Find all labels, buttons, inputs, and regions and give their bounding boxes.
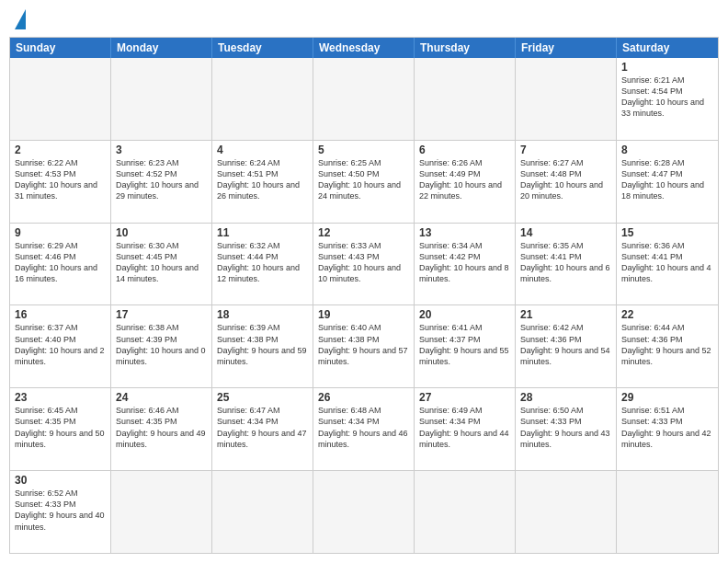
day-cell: [516, 58, 617, 140]
day-number: 1: [621, 61, 713, 74]
day-cell: [617, 471, 718, 553]
day-info: Sunrise: 6:38 AM Sunset: 4:39 PM Dayligh…: [116, 322, 207, 367]
day-info: Sunrise: 6:24 AM Sunset: 4:51 PM Dayligh…: [217, 157, 308, 202]
day-cell: [212, 471, 313, 553]
week-row-0: 1Sunrise: 6:21 AM Sunset: 4:54 PM Daylig…: [10, 58, 718, 140]
day-cell: 28Sunrise: 6:50 AM Sunset: 4:33 PM Dayli…: [516, 388, 617, 470]
day-number: 25: [217, 391, 308, 404]
day-number: 11: [217, 226, 308, 239]
calendar: SundayMondayTuesdayWednesdayThursdayFrid…: [9, 37, 719, 554]
day-cell: [111, 58, 212, 140]
day-cell: 2Sunrise: 6:22 AM Sunset: 4:53 PM Daylig…: [10, 141, 111, 223]
day-cell: 24Sunrise: 6:46 AM Sunset: 4:35 PM Dayli…: [111, 388, 212, 470]
day-number: 10: [116, 226, 207, 239]
day-info: Sunrise: 6:22 AM Sunset: 4:53 PM Dayligh…: [15, 157, 106, 202]
day-cell: [415, 58, 516, 140]
day-number: 8: [621, 144, 713, 156]
day-number: 5: [318, 144, 409, 156]
day-cell: 17Sunrise: 6:38 AM Sunset: 4:39 PM Dayli…: [111, 305, 212, 387]
day-cell: 30Sunrise: 6:52 AM Sunset: 4:33 PM Dayli…: [10, 471, 111, 553]
day-cell: 23Sunrise: 6:45 AM Sunset: 4:35 PM Dayli…: [10, 388, 111, 470]
day-info: Sunrise: 6:51 AM Sunset: 4:33 PM Dayligh…: [621, 405, 713, 450]
day-cell: 21Sunrise: 6:42 AM Sunset: 4:36 PM Dayli…: [516, 305, 617, 387]
day-info: Sunrise: 6:42 AM Sunset: 4:36 PM Dayligh…: [520, 322, 611, 367]
day-cell: 19Sunrise: 6:40 AM Sunset: 4:38 PM Dayli…: [313, 305, 415, 387]
day-number: 16: [15, 308, 106, 321]
logo: [13, 9, 26, 29]
day-cell: 9Sunrise: 6:29 AM Sunset: 4:46 PM Daylig…: [10, 224, 111, 305]
day-number: 26: [318, 391, 409, 404]
day-number: 29: [621, 391, 713, 404]
day-info: Sunrise: 6:37 AM Sunset: 4:40 PM Dayligh…: [15, 322, 106, 367]
week-row-4: 23Sunrise: 6:45 AM Sunset: 4:35 PM Dayli…: [10, 387, 718, 470]
day-cell: 12Sunrise: 6:33 AM Sunset: 4:43 PM Dayli…: [313, 224, 415, 305]
day-cell: 1Sunrise: 6:21 AM Sunset: 4:54 PM Daylig…: [617, 58, 718, 140]
week-row-2: 9Sunrise: 6:29 AM Sunset: 4:46 PM Daylig…: [10, 223, 718, 305]
day-info: Sunrise: 6:44 AM Sunset: 4:36 PM Dayligh…: [621, 322, 713, 367]
day-number: 9: [15, 226, 106, 239]
day-info: Sunrise: 6:33 AM Sunset: 4:43 PM Dayligh…: [318, 240, 409, 285]
day-number: 2: [15, 144, 106, 156]
day-cell: 3Sunrise: 6:23 AM Sunset: 4:52 PM Daylig…: [111, 141, 212, 223]
day-header-monday: Monday: [111, 38, 212, 58]
day-cell: [10, 58, 111, 140]
page: SundayMondayTuesdayWednesdayThursdayFrid…: [0, 0, 728, 563]
day-info: Sunrise: 6:36 AM Sunset: 4:41 PM Dayligh…: [621, 240, 713, 285]
day-cell: 18Sunrise: 6:39 AM Sunset: 4:38 PM Dayli…: [212, 305, 313, 387]
day-cell: 10Sunrise: 6:30 AM Sunset: 4:45 PM Dayli…: [111, 224, 212, 305]
week-row-5: 30Sunrise: 6:52 AM Sunset: 4:33 PM Dayli…: [10, 470, 718, 553]
day-info: Sunrise: 6:41 AM Sunset: 4:37 PM Dayligh…: [419, 322, 510, 367]
day-cell: [212, 58, 313, 140]
day-cell: 25Sunrise: 6:47 AM Sunset: 4:34 PM Dayli…: [212, 388, 313, 470]
day-info: Sunrise: 6:26 AM Sunset: 4:49 PM Dayligh…: [419, 157, 510, 202]
day-number: 21: [520, 308, 611, 321]
day-number: 13: [419, 226, 510, 239]
day-cell: 14Sunrise: 6:35 AM Sunset: 4:41 PM Dayli…: [516, 224, 617, 305]
day-cell: [516, 471, 617, 553]
day-cell: [313, 58, 415, 140]
day-info: Sunrise: 6:52 AM Sunset: 4:33 PM Dayligh…: [15, 488, 106, 533]
day-number: 24: [116, 391, 207, 404]
day-cell: [313, 471, 415, 553]
day-number: 28: [520, 391, 611, 404]
day-number: 23: [15, 391, 106, 404]
day-info: Sunrise: 6:47 AM Sunset: 4:34 PM Dayligh…: [217, 405, 308, 450]
day-cell: 4Sunrise: 6:24 AM Sunset: 4:51 PM Daylig…: [212, 141, 313, 223]
logo-triangle-icon: [15, 9, 26, 29]
day-number: 30: [15, 474, 106, 487]
day-header-tuesday: Tuesday: [212, 38, 313, 58]
day-info: Sunrise: 6:50 AM Sunset: 4:33 PM Dayligh…: [520, 405, 611, 450]
day-info: Sunrise: 6:29 AM Sunset: 4:46 PM Dayligh…: [15, 240, 106, 285]
day-info: Sunrise: 6:27 AM Sunset: 4:48 PM Dayligh…: [520, 157, 611, 202]
day-header-wednesday: Wednesday: [313, 38, 415, 58]
day-number: 3: [116, 144, 207, 156]
day-cell: 8Sunrise: 6:28 AM Sunset: 4:47 PM Daylig…: [617, 141, 718, 223]
header: [9, 9, 719, 29]
weeks-container: 1Sunrise: 6:21 AM Sunset: 4:54 PM Daylig…: [10, 58, 718, 553]
day-info: Sunrise: 6:32 AM Sunset: 4:44 PM Dayligh…: [217, 240, 308, 285]
week-row-3: 16Sunrise: 6:37 AM Sunset: 4:40 PM Dayli…: [10, 304, 718, 387]
day-number: 4: [217, 144, 308, 156]
day-info: Sunrise: 6:45 AM Sunset: 4:35 PM Dayligh…: [15, 405, 106, 450]
day-header-saturday: Saturday: [617, 38, 718, 58]
day-info: Sunrise: 6:25 AM Sunset: 4:50 PM Dayligh…: [318, 157, 409, 202]
day-info: Sunrise: 6:48 AM Sunset: 4:34 PM Dayligh…: [318, 405, 409, 450]
day-header-sunday: Sunday: [10, 38, 111, 58]
day-number: 14: [520, 226, 611, 239]
day-cell: 6Sunrise: 6:26 AM Sunset: 4:49 PM Daylig…: [415, 141, 516, 223]
day-cell: 22Sunrise: 6:44 AM Sunset: 4:36 PM Dayli…: [617, 305, 718, 387]
day-header-thursday: Thursday: [415, 38, 516, 58]
day-header-friday: Friday: [516, 38, 617, 58]
day-info: Sunrise: 6:35 AM Sunset: 4:41 PM Dayligh…: [520, 240, 611, 285]
day-info: Sunrise: 6:21 AM Sunset: 4:54 PM Dayligh…: [621, 75, 713, 120]
day-number: 22: [621, 308, 713, 321]
day-number: 6: [419, 144, 510, 156]
day-cell: [111, 471, 212, 553]
day-cell: 7Sunrise: 6:27 AM Sunset: 4:48 PM Daylig…: [516, 141, 617, 223]
day-info: Sunrise: 6:23 AM Sunset: 4:52 PM Dayligh…: [116, 157, 207, 202]
day-cell: 26Sunrise: 6:48 AM Sunset: 4:34 PM Dayli…: [313, 388, 415, 470]
day-number: 20: [419, 308, 510, 321]
day-cell: 20Sunrise: 6:41 AM Sunset: 4:37 PM Dayli…: [415, 305, 516, 387]
day-number: 12: [318, 226, 409, 239]
day-number: 27: [419, 391, 510, 404]
